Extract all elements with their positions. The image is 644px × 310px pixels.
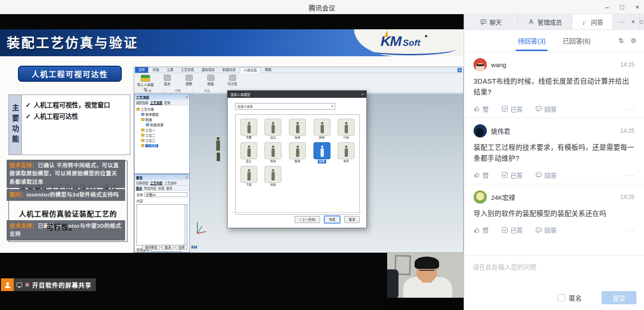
cad-menu-file[interactable]: 文件 (135, 67, 148, 73)
content-textarea[interactable] (136, 204, 187, 246)
model-library-dropdown[interactable]: 标准人体库 ▾ (235, 103, 335, 110)
select-human-model-dialog: 选择人体模型 × 标准人体库 ▾ 弯腰 站立 坐姿 蹲姿 行走 (227, 90, 367, 228)
cad-menu-manufacture[interactable]: 制造仿真 (219, 67, 239, 73)
props-tab[interactable]: 工艺结构 (164, 181, 177, 185)
question-more-button[interactable]: ··· (627, 226, 635, 233)
question-input[interactable] (473, 262, 636, 285)
pose-item[interactable]: 站立 (262, 119, 284, 140)
qa-icon (581, 18, 588, 25)
minimize-button[interactable]: – (605, 3, 609, 11)
tree-node[interactable]: 制造 (136, 117, 189, 122)
like-button[interactable]: 赞 (474, 171, 489, 180)
thumbs-up-icon (474, 172, 480, 178)
pose-item[interactable]: 直立 (238, 142, 260, 164)
props-subtab[interactable]: 附加内容 (144, 186, 156, 190)
props-apply-button[interactable]: 应用 (176, 245, 187, 250)
dialog-close-icon[interactable]: × (361, 92, 364, 96)
question-more-button[interactable]: ··· (627, 105, 635, 112)
props-subtab[interactable]: 更多 (166, 186, 172, 190)
cad-menu-bar: 文件 开始 工具 工艺仿真 虚拟现实 制造仿真 人体仿真 帮助 ▲ (134, 67, 463, 73)
pose-item[interactable]: 俯身 (262, 142, 284, 164)
reply-bubble-icon (535, 172, 542, 178)
cad-watermark: kM (191, 245, 197, 250)
props-subtab[interactable]: 资源 (158, 186, 164, 190)
tree-tab[interactable]: 配置 (164, 100, 170, 105)
props-cancel-button[interactable]: 取消 (162, 245, 174, 250)
sort-icon[interactable]: ⇅ (619, 37, 624, 44)
gear-icon[interactable]: ⚙ (630, 37, 636, 44)
pose-item[interactable]: 跪姿 (287, 142, 308, 164)
tree-panel-close-icon[interactable]: × (186, 95, 188, 99)
tree-node[interactable]: 工艺方案 (136, 107, 189, 112)
props-tab[interactable]: 切换视图 (136, 181, 148, 185)
mark-answered-button[interactable]: 已答 (501, 104, 523, 113)
presenter-webcam-video[interactable] (387, 253, 464, 310)
pose-item[interactable]: 举手 (335, 142, 357, 164)
mark-answered-button[interactable]: 已答 (501, 171, 523, 180)
tab-chat[interactable]: 聊天 (464, 14, 518, 29)
ribbon-group-label: 可视 (163, 88, 193, 93)
pose-item[interactable]: 蹲姿 (311, 119, 333, 140)
reply-button[interactable]: 回答 (535, 171, 557, 180)
pose-item[interactable]: 下蹲 (238, 166, 260, 187)
cad-menu-human[interactable]: 人体仿真 (240, 67, 261, 73)
thumbs-up-icon (474, 227, 480, 233)
tree-node[interactable]: 制造资源 (136, 122, 189, 128)
tree-tab[interactable]: 工艺流程 (150, 100, 162, 105)
question-list: wang 14:25 3DAST布线的时候，线缆长度是否自动计算并给出结果? 赞… (464, 52, 644, 255)
cad-menu-simulation[interactable]: 工艺仿真 (178, 67, 197, 73)
tab-qa[interactable]: 问答 (572, 14, 613, 29)
ribbon-reach-button[interactable]: 可达性 (223, 75, 242, 92)
maximize-button[interactable]: □ (620, 3, 624, 11)
props-tab[interactable]: 工艺内容 (150, 181, 162, 185)
tree-node[interactable]: 工位二 (136, 133, 189, 138)
close-button[interactable]: × (636, 3, 639, 11)
dialog-prev-button[interactable]: < 上一步(B) (295, 216, 320, 223)
cad-menu-help[interactable]: 帮助 (262, 67, 275, 73)
anonymous-checkbox[interactable] (558, 294, 565, 301)
tencent-meeting-window: 腾讯会议 – □ × 装配工艺仿真与验证 KM Soft (0, 0, 644, 310)
properties-panel: 属性× 切换视图 工艺内容 工艺结构 基本 附加内容 资源 更多 (134, 174, 190, 252)
like-button[interactable]: 赞 (474, 104, 489, 113)
cad-app-window: 文件 开始 工具 工艺仿真 虚拟现实 制造仿真 人体仿真 帮助 ▲ 导入人体模型 (134, 67, 464, 253)
cad-menu-tools[interactable]: 工具 (163, 67, 177, 73)
dialog-cancel-button[interactable]: 取消 (344, 216, 360, 223)
cad-menu-start[interactable]: 开始 (149, 67, 162, 73)
cad-menu-vr[interactable]: 虚拟现实 (198, 67, 218, 73)
props-panel-title: 属性 (136, 175, 143, 180)
reply-button[interactable]: 回答 (535, 225, 557, 234)
qa-sidebar: 聊天 管理成员 问答 ··· × 待回答(3) 已回答(6) (464, 14, 644, 310)
reply-button[interactable]: 回答 (535, 104, 557, 113)
tree-node[interactable]: 工位三 (136, 138, 189, 143)
tree-tab[interactable]: 装配指南 (136, 100, 148, 105)
panel-close-icon[interactable]: × (631, 18, 635, 26)
tab-manage-members[interactable]: 管理成员 (518, 14, 572, 29)
logo-registered-dot (425, 35, 427, 37)
question-time: 14:25 (620, 61, 635, 68)
props-panel-close-icon[interactable]: × (186, 176, 188, 179)
like-button[interactable]: 赞 (474, 225, 489, 234)
slide-text-line: 人机工程仿真验证装配工艺的 (19, 208, 117, 218)
props-subtab[interactable]: 基本 (136, 186, 142, 190)
pose-item[interactable]: 行走 (335, 119, 357, 140)
pose-item[interactable]: 侧身 (262, 166, 284, 187)
tree-node[interactable]: 工位一 (136, 128, 189, 133)
tree-node-selected[interactable]: 工位四 (136, 143, 189, 148)
panel-detach-icon[interactable] (639, 14, 644, 29)
tab-pending-questions[interactable]: 待回答(3) (517, 36, 545, 45)
tab-answered-questions[interactable]: 已回答(6) (563, 36, 591, 45)
name-field[interactable]: 步骤04 (144, 192, 187, 197)
ribbon-collapse-icon[interactable]: ▲ (458, 68, 462, 72)
pose-item-selected[interactable]: 站姿 (311, 142, 333, 164)
panel-more-icon[interactable]: ··· (617, 18, 625, 26)
question-more-button[interactable]: ··· (627, 172, 635, 179)
props-save-button[interactable]: 保存预览 (142, 245, 160, 250)
mark-answered-button[interactable]: 已答 (501, 225, 523, 234)
pose-item[interactable]: 弯腰 (238, 119, 260, 140)
tree-node[interactable]: 参考模型 (136, 112, 189, 117)
kmsoft-logo: KM Soft (381, 33, 427, 49)
pose-item[interactable]: 坐姿 (287, 119, 308, 140)
submit-question-button[interactable]: 提交 (602, 291, 636, 304)
dialog-finish-button[interactable]: 完成 (324, 216, 340, 223)
question-card: 24K宏禄 14:25 导入别的软件的装配模型的装配关系还在吗 赞 已答 回答 … (464, 184, 644, 239)
